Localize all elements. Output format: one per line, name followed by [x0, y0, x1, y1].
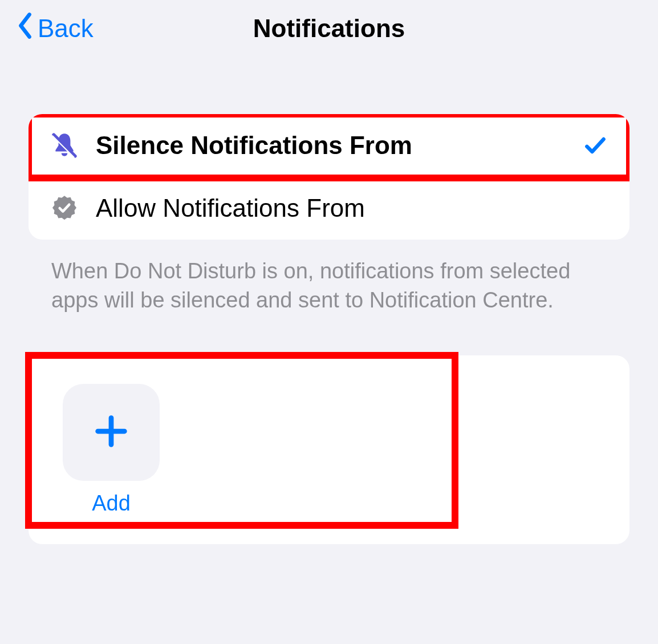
option-silence-label: Silence Notifications From	[96, 131, 566, 160]
add-app-button[interactable]: Add	[63, 384, 160, 516]
page-title: Notifications	[253, 14, 405, 43]
option-allow[interactable]: Allow Notifications From	[29, 177, 629, 240]
back-button[interactable]: Back	[17, 12, 94, 45]
chevron-left-icon	[17, 12, 33, 45]
option-silence[interactable]: Silence Notifications From	[29, 114, 629, 177]
options-list: Silence Notifications From Allow Notific…	[29, 114, 629, 240]
add-square	[63, 384, 160, 481]
add-label: Add	[92, 491, 131, 516]
checkmark-icon	[583, 133, 608, 158]
header: Back Notifications	[0, 0, 658, 57]
back-label: Back	[38, 14, 94, 43]
content: Silence Notifications From Allow Notific…	[0, 57, 658, 544]
seal-check-icon	[50, 194, 79, 222]
add-section: Add	[29, 355, 629, 544]
bell-slash-icon	[50, 131, 79, 160]
option-allow-label: Allow Notifications From	[96, 194, 608, 222]
plus-icon	[91, 411, 131, 453]
footer-description: When Do Not Disturb is on, notifications…	[29, 240, 629, 315]
